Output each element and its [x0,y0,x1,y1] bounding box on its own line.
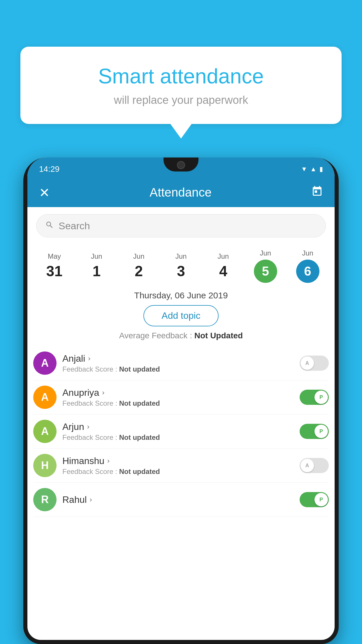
date-item-jun6[interactable]: Jun 6 [287,244,329,288]
date-item-may31[interactable]: May 31 [33,248,75,284]
selected-date-label: Thursday, 06 June 2019 [27,290,335,300]
date-item-jun2[interactable]: Jun 2 [118,248,160,284]
student-item-rahul[interactable]: R Rahul › P [33,483,329,517]
avatar-himanshu: H [33,454,57,477]
student-name-rahul: Rahul › [62,494,294,505]
student-name-anjali: Anjali › [62,353,294,364]
battery-icon: ▮ [319,165,323,173]
avatar-anjali: A [33,351,57,375]
student-item-himanshu[interactable]: H Himanshu › Feedback Score : Not update… [33,449,329,483]
close-button[interactable]: ✕ [39,185,50,200]
signal-icon: ▲ [310,165,317,173]
student-name-arjun: Arjun › [62,421,294,432]
student-feedback-anupriya: Feedback Score : Not updated [62,399,294,407]
app-header: ✕ Attendance [27,178,335,207]
speech-bubble: Smart attendance will replace your paper… [20,47,342,124]
header-title: Attendance [150,186,212,200]
date-item-jun4[interactable]: Jun 4 [202,248,244,284]
student-item-anupriya[interactable]: A Anupriya › Feedback Score : Not update… [33,380,329,414]
camera [177,161,185,169]
date-item-jun3[interactable]: Jun 3 [160,248,202,284]
student-name-himanshu: Himanshu › [62,456,294,466]
avatar-anupriya: A [33,386,57,409]
bubble-title: Smart attendance [44,64,318,88]
wifi-icon: ▼ [301,165,307,173]
student-info-arjun: Arjun › Feedback Score : Not updated [57,421,300,442]
toggle-thumb-himanshu: A [301,459,314,472]
toggle-thumb-rahul: P [314,493,328,506]
date-item-jun1[interactable]: Jun 1 [75,248,118,284]
search-input[interactable]: Search [59,220,90,232]
search-bar[interactable]: Search [36,214,326,237]
calendar-button[interactable] [311,186,323,200]
chevron-icon: › [87,423,89,431]
toggle-anupriya[interactable]: P [300,390,329,405]
toggle-arjun[interactable]: P [300,424,329,439]
student-list: A Anjali › Feedback Score : Not updated … [27,346,335,517]
student-feedback-arjun: Feedback Score : Not updated [62,433,294,442]
student-item-anjali[interactable]: A Anjali › Feedback Score : Not updated … [33,346,329,380]
chevron-icon: › [88,354,90,363]
search-icon [45,220,54,232]
student-info-anupriya: Anupriya › Feedback Score : Not updated [57,387,300,407]
date-strip: May 31 Jun 1 Jun 2 Jun 3 Jun 4 Jun [27,244,335,288]
toggle-thumb-arjun: P [314,425,328,438]
avg-feedback-value: Not Updated [194,331,243,340]
toggle-thumb-anupriya: P [314,391,328,404]
toggle-rahul[interactable]: P [300,492,329,507]
avatar-arjun: A [33,420,57,443]
toggle-thumb-anjali: A [301,356,314,370]
toggle-himanshu[interactable]: A [300,458,329,473]
chevron-icon: › [102,388,104,397]
student-info-himanshu: Himanshu › Feedback Score : Not updated [57,456,300,476]
student-name-anupriya: Anupriya › [62,387,294,398]
chevron-icon: › [107,457,110,465]
phone-frame: 14:29 ▼ ▲ ▮ ✕ Attendance S [23,158,339,644]
chevron-icon: › [90,496,92,504]
student-feedback-himanshu: Feedback Score : Not updated [62,468,294,476]
toggle-anjali[interactable]: A [300,356,329,371]
notch [164,158,198,172]
status-icons: ▼ ▲ ▮ [301,162,323,173]
student-info-rahul: Rahul › [57,494,300,505]
phone-screen: 14:29 ▼ ▲ ▮ ✕ Attendance S [27,158,335,640]
date-item-jun5[interactable]: Jun 5 [244,244,287,288]
avg-feedback: Average Feedback : Not Updated [27,331,335,340]
add-topic-button[interactable]: Add topic [143,305,218,326]
student-item-arjun[interactable]: A Arjun › Feedback Score : Not updated P [33,414,329,449]
bubble-subtitle: will replace your paperwork [44,94,318,106]
student-feedback-anjali: Feedback Score : Not updated [62,365,294,373]
avg-feedback-label: Average Feedback : [119,331,192,340]
student-info-anjali: Anjali › Feedback Score : Not updated [57,353,300,373]
status-time: 14:29 [39,162,59,174]
speech-bubble-container: Smart attendance will replace your paper… [20,47,342,124]
avatar-rahul: R [33,488,57,511]
